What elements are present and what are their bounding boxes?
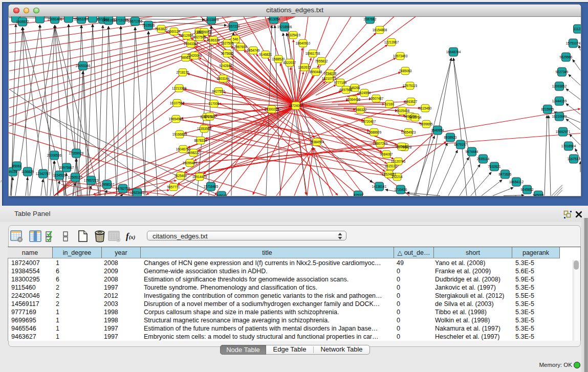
svg-text:2935114: 2935114 <box>477 157 490 160</box>
svg-text:15692971: 15692971 <box>556 129 571 133</box>
svg-text:12342757: 12342757 <box>36 171 51 175</box>
svg-text:15716485: 15716485 <box>204 184 219 188</box>
svg-text:1167533: 1167533 <box>568 157 580 160</box>
svg-text:10507487: 10507487 <box>369 96 384 100</box>
svg-text:10973493: 10973493 <box>393 54 408 57</box>
svg-text:2087682: 2087682 <box>364 17 377 20</box>
svg-text:9777169: 9777169 <box>334 80 347 84</box>
svg-text:98961: 98961 <box>181 55 190 59</box>
svg-text:16210643: 16210643 <box>552 114 567 118</box>
svg-text:7515526: 7515526 <box>142 23 155 27</box>
svg-text:30975867: 30975867 <box>59 165 74 169</box>
svg-text:85061: 85061 <box>12 164 21 167</box>
svg-text:9327506: 9327506 <box>193 35 206 38</box>
svg-text:20206536: 20206536 <box>47 153 62 157</box>
svg-text:11353594: 11353594 <box>197 126 211 130</box>
svg-text:11325419: 11325419 <box>286 33 300 36</box>
svg-text:11123: 11123 <box>574 27 581 30</box>
svg-text:9857771: 9857771 <box>167 185 180 188</box>
svg-text:7632621: 7632621 <box>488 164 501 168</box>
svg-text:8912954: 8912954 <box>181 33 193 37</box>
svg-text:16543362: 16543362 <box>184 41 199 45</box>
svg-text:19384554: 19384554 <box>310 140 324 143</box>
svg-text:19166829: 19166829 <box>172 132 187 136</box>
svg-text:6479197: 6479197 <box>454 142 467 146</box>
svg-text:17957273: 17957273 <box>84 178 99 182</box>
svg-text:8938923: 8938923 <box>444 135 457 139</box>
svg-text:10025438: 10025438 <box>395 108 410 112</box>
svg-text:9115460: 9115460 <box>419 106 432 110</box>
svg-text:12093852: 12093852 <box>552 84 567 87</box>
svg-text:10654112: 10654112 <box>509 180 524 183</box>
svg-text:8471626: 8471626 <box>499 172 512 176</box>
svg-text:9794028: 9794028 <box>324 71 337 75</box>
svg-text:1362615: 1362615 <box>298 65 311 69</box>
svg-text:1588520: 1588520 <box>272 57 285 60</box>
svg-text:82531: 82531 <box>354 193 363 195</box>
svg-text:12213967: 12213967 <box>384 40 399 43</box>
svg-text:16648784: 16648784 <box>446 50 461 53</box>
svg-text:1156829: 1156829 <box>21 169 34 173</box>
svg-text:9660124: 9660124 <box>168 29 181 33</box>
svg-text:9463627: 9463627 <box>405 99 418 103</box>
svg-text:252214: 252214 <box>391 174 403 178</box>
svg-text:18640910: 18640910 <box>296 41 311 45</box>
svg-text:546: 546 <box>233 37 238 40</box>
svg-text:12505135: 12505135 <box>68 175 83 179</box>
svg-text:99159: 99159 <box>9 169 17 173</box>
svg-text:16046756: 16046756 <box>176 147 191 150</box>
svg-text:1733426: 1733426 <box>395 187 407 191</box>
svg-text:1975692: 1975692 <box>396 144 408 148</box>
svg-text:945065: 945065 <box>533 193 544 195</box>
svg-text:10120746: 10120746 <box>391 159 406 163</box>
svg-text:2967608: 2967608 <box>234 45 247 48</box>
svg-text:8427552: 8427552 <box>212 89 225 93</box>
svg-text:8186328: 8186328 <box>207 38 220 41</box>
svg-text:6497568: 6497568 <box>340 87 353 91</box>
svg-text:12444159: 12444159 <box>552 99 567 102</box>
svg-text:18724007: 18724007 <box>289 103 303 107</box>
svg-text:23300215: 23300215 <box>265 107 279 111</box>
svg-text:19654985: 19654985 <box>169 117 184 120</box>
svg-text:317006: 317006 <box>208 101 220 105</box>
svg-text:1615132: 1615132 <box>385 164 398 167</box>
svg-text:19218506: 19218506 <box>277 25 292 28</box>
svg-text:17359928: 17359928 <box>69 151 84 155</box>
svg-text:2718176: 2718176 <box>177 70 189 74</box>
svg-text:15751074: 15751074 <box>566 41 581 45</box>
svg-text:16099489: 16099489 <box>183 161 198 164</box>
svg-text:2803144: 2803144 <box>217 76 230 80</box>
svg-text:1154519: 1154519 <box>53 173 66 177</box>
svg-text:8215955: 8215955 <box>541 107 554 111</box>
svg-text:7663822: 7663822 <box>155 27 168 30</box>
svg-text:9474444: 9474444 <box>466 149 478 153</box>
svg-text:3267130: 3267130 <box>204 114 216 118</box>
svg-text:7625402: 7625402 <box>175 173 187 177</box>
svg-text:28226058: 28226058 <box>197 30 212 33</box>
svg-text:19654923: 19654923 <box>401 130 416 134</box>
svg-text:16210725: 16210725 <box>322 76 337 80</box>
svg-text:7357224: 7357224 <box>227 24 240 28</box>
svg-text:9242848: 9242848 <box>220 63 232 67</box>
svg-text:4498222: 4498222 <box>187 150 200 154</box>
svg-text:945041: 945041 <box>216 193 227 195</box>
svg-text:20091406: 20091406 <box>48 17 62 20</box>
svg-text:15720407: 15720407 <box>361 119 376 123</box>
svg-text:9146821: 9146821 <box>259 52 272 56</box>
svg-text:16671355: 16671355 <box>128 19 143 23</box>
svg-text:10719155: 10719155 <box>114 18 128 21</box>
svg-text:16033809: 16033809 <box>204 17 219 21</box>
svg-text:62160: 62160 <box>385 102 394 105</box>
svg-text:8322037: 8322037 <box>284 60 296 64</box>
svg-text:16961758: 16961758 <box>306 51 320 55</box>
svg-text:20364436: 20364436 <box>346 97 361 101</box>
svg-text:12923446: 12923446 <box>130 190 145 194</box>
svg-text:7986322: 7986322 <box>354 107 367 111</box>
svg-text:10853267: 10853267 <box>74 17 89 20</box>
svg-text:9329966: 9329966 <box>560 55 573 58</box>
svg-text:9245652: 9245652 <box>521 187 534 191</box>
svg-text:8990448: 8990448 <box>310 70 322 73</box>
svg-text:1640954: 1640954 <box>431 128 444 132</box>
svg-text:8678334: 8678334 <box>194 138 207 142</box>
svg-text:8813054: 8813054 <box>268 17 280 20</box>
